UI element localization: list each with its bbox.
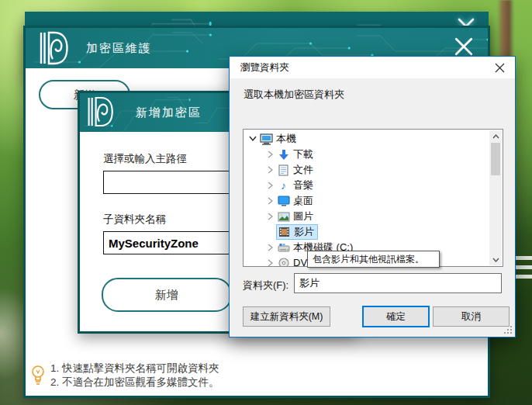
path-label: 選擇或輸入主路徑: [103, 152, 187, 166]
dvd-icon: [276, 257, 291, 267]
browse-prompt: 選取本機加密區資料夾: [244, 88, 344, 102]
hint-area: 1. 快速點擊資料夾名稱可開啟資料夾 2. 不適合在加密區觀看多媒體文件。: [30, 362, 219, 389]
tree-label[interactable]: 本機: [274, 132, 299, 147]
computer-icon: [259, 133, 274, 145]
resize-grip[interactable]: [504, 326, 513, 334]
ok-button[interactable]: 確定: [362, 306, 430, 327]
browse-folder-dialog: 瀏覽資料夾 選取本機加密區資料夾 本機 下載: [229, 56, 516, 338]
lightbulb-icon: [30, 365, 46, 386]
browse-titlebar: 瀏覽資料夾: [230, 57, 515, 78]
desktop-icon: [276, 195, 291, 207]
tree-row-downloads[interactable]: 下載: [244, 147, 503, 162]
tree-row-desktop[interactable]: 桌面: [244, 193, 503, 209]
tree-label[interactable]: 音樂: [291, 178, 316, 193]
folder-tree: 本機 下載 文件 ♪: [243, 129, 503, 267]
hard-disk-icon: [276, 241, 291, 254]
selected-item-highlight[interactable]: 影片: [276, 224, 318, 240]
hint-line-2: 2. 不適合在加密區觀看多媒體文件。: [50, 376, 219, 389]
chevron-right-icon[interactable]: [264, 164, 276, 175]
pictures-icon: [276, 210, 291, 223]
cancel-button[interactable]: 取消: [433, 306, 510, 327]
chevron-right-icon[interactable]: [264, 196, 276, 206]
tree-label[interactable]: 圖片: [291, 209, 316, 224]
tree-row-videos[interactable]: 影片: [244, 224, 503, 240]
chevron-right-icon[interactable]: [264, 242, 276, 253]
desktop: 加密區維護 新增 1. 快速點擊資料夾名稱可開啟資料夾 2. 不適合在加密區觀看…: [0, 0, 532, 405]
scrollbar-thumb[interactable]: [491, 143, 500, 175]
tooltip: 包含影片和其他視訊檔案。: [307, 251, 440, 268]
chevron-down-icon[interactable]: [247, 133, 259, 144]
app-logo-icon: [38, 31, 69, 65]
tree-label[interactable]: 文件: [291, 163, 316, 178]
chevron-right-icon[interactable]: [264, 211, 276, 222]
tree-scrollbar[interactable]: [489, 130, 502, 265]
subfolder-label: 子資料夾名稱: [103, 213, 166, 227]
scroll-up-icon[interactable]: [489, 130, 502, 142]
chevron-right-icon[interactable]: [264, 149, 276, 160]
folder-field-label: 資料夾(F):: [243, 279, 288, 292]
chevron-right-icon[interactable]: [264, 180, 276, 191]
tree-label[interactable]: 桌面: [291, 194, 316, 209]
tree-row-documents[interactable]: 文件: [244, 162, 503, 178]
hint-line-1: 1. 快速點擊資料夾名稱可開啟資料夾: [50, 362, 219, 376]
maintenance-title: 加密區維護: [86, 28, 152, 68]
music-note-icon: ♪: [276, 179, 291, 192]
videos-icon: [277, 226, 292, 238]
folder-name-input[interactable]: [294, 273, 502, 293]
new-folder-button[interactable]: 建立新資料夾(M): [243, 306, 330, 327]
close-icon[interactable]: [495, 63, 505, 73]
add-button[interactable]: 新增: [102, 278, 232, 312]
browse-title: 瀏覽資料夾: [240, 57, 289, 78]
document-icon: [276, 164, 291, 176]
close-icon[interactable]: [454, 36, 474, 57]
tree-label[interactable]: 下載: [291, 147, 316, 162]
chevron-right-icon[interactable]: [264, 258, 276, 267]
tree-row-music[interactable]: ♪ 音樂: [244, 178, 503, 193]
tree-label[interactable]: 影片: [292, 225, 317, 240]
tree-row-this-pc[interactable]: 本機: [244, 131, 503, 147]
tree-row-pictures[interactable]: 圖片: [244, 209, 503, 224]
app-logo-icon: [86, 95, 114, 128]
download-icon: [276, 148, 291, 161]
add-zone-title: 新增加密區: [136, 93, 202, 132]
scroll-down-icon[interactable]: [489, 254, 502, 265]
